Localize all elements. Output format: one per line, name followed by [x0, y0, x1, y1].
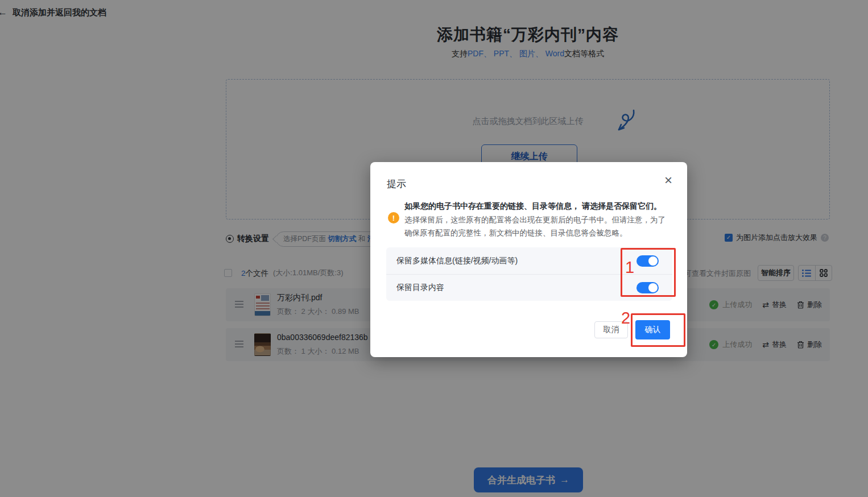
cancel-button[interactable]: 取消 — [594, 321, 628, 338]
keep-toc-row: 保留目录内容 — [386, 274, 672, 301]
tip-dialog: 提示 × ! 如果您的电子书中存在重要的链接、目录等信息， 请选择是否保留它们。… — [370, 162, 687, 357]
dialog-message-bold: 如果您的电子书中存在重要的链接、目录等信息， 请选择是否保留它们。 — [404, 200, 696, 213]
keep-multimedia-row: 保留多媒体信息(链接/视频/动画等) — [386, 247, 672, 274]
close-icon[interactable]: × — [664, 173, 672, 187]
keep-toc-label: 保留目录内容 — [396, 283, 444, 293]
app-window: ← 取消添加并返回我的文档 添加书籍“万彩内刊”内容 支持PDF、 PPT、 图… — [0, 0, 868, 497]
keep-toc-toggle[interactable] — [636, 282, 659, 293]
keep-multimedia-label: 保留多媒体信息(链接/视频/动画等) — [396, 256, 518, 266]
confirm-button[interactable]: 确认 — [635, 320, 670, 339]
keep-options-box: 保留多媒体信息(链接/视频/动画等) 保留目录内容 — [386, 247, 672, 301]
dialog-message-body: 选择保留后，这些原有的配置将会出现在更新后的电子书中。但请注意，为了确保原有配置… — [404, 213, 666, 239]
keep-multimedia-toggle[interactable] — [636, 255, 659, 267]
warning-icon: ! — [388, 212, 399, 223]
dialog-title: 提示 — [387, 177, 406, 190]
